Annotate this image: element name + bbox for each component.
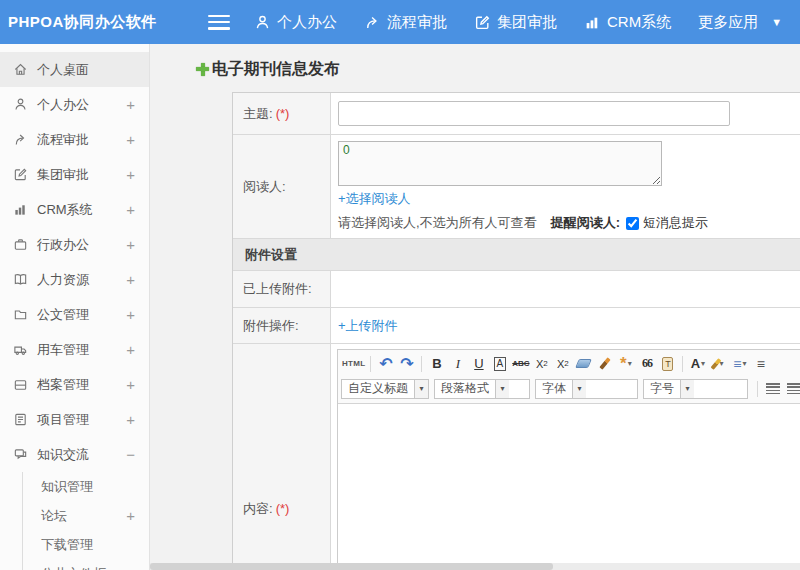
sidebar-item-hr[interactable]: 人力资源 + xyxy=(0,262,149,297)
sidebar-item-label: 项目管理 xyxy=(37,411,89,429)
expand-toggle[interactable]: + xyxy=(126,306,135,323)
combo-value: 自定义标题 xyxy=(342,380,414,397)
attachment-action-row: 附件操作: +上传附件 xyxy=(233,308,800,344)
expand-toggle[interactable]: + xyxy=(126,376,135,393)
sidebar-item-document-mgmt[interactable]: 公文管理 + xyxy=(0,297,149,332)
content-field-cell: HTML ↶ ↷ B I U A ABC X2 xyxy=(331,344,800,570)
caret-down-icon[interactable]: ▾ xyxy=(414,380,428,398)
caret-down-icon[interactable]: ▾ xyxy=(572,380,586,398)
sidebar-subitem-knowledge-mgmt[interactable]: 知识管理 xyxy=(23,472,149,501)
expand-toggle[interactable]: − xyxy=(126,446,135,463)
remove-format-button[interactable] xyxy=(573,353,594,374)
expand-toggle[interactable]: + xyxy=(126,201,135,218)
sidebar-item-group-approval[interactable]: 集团审批 + xyxy=(0,157,149,192)
highlight-color-button[interactable]: ▾ xyxy=(708,353,729,374)
sidebar-item-archive-mgmt[interactable]: 档案管理 + xyxy=(0,367,149,402)
select-readers-link[interactable]: +选择阅读人 xyxy=(338,191,411,206)
expand-toggle[interactable]: + xyxy=(126,236,135,253)
redo-button[interactable]: ↷ xyxy=(396,353,417,374)
font-border-button[interactable]: A xyxy=(489,353,510,374)
more-apps-caret-icon[interactable]: ▼ xyxy=(771,16,782,28)
align-center-button[interactable] xyxy=(783,378,800,399)
editor-toolbar: HTML ↶ ↷ B I U A ABC X2 xyxy=(338,350,800,404)
expand-toggle[interactable]: + xyxy=(126,96,135,113)
sup-exp: 2 xyxy=(543,359,547,368)
uploaded-label-cell: 已上传附件: xyxy=(233,271,331,307)
subject-row: 主题: (*) xyxy=(233,93,800,135)
readers-textarea[interactable]: 0 xyxy=(338,141,662,186)
subject-label: 主题: xyxy=(243,105,273,123)
sidebar-item-personal-desktop[interactable]: 个人桌面 xyxy=(0,52,149,87)
nav-more-apps[interactable]: 更多应用 xyxy=(698,13,758,32)
sidebar-subitem-forum[interactable]: 论坛 + xyxy=(23,501,149,530)
menu-toggle-icon[interactable] xyxy=(208,15,230,30)
nav-crm[interactable]: CRM系统 xyxy=(584,13,671,32)
expand-toggle[interactable]: + xyxy=(126,271,135,288)
expand-toggle[interactable]: + xyxy=(126,166,135,183)
editor-content-area[interactable] xyxy=(338,404,800,570)
font-color-glyph: A xyxy=(691,356,700,371)
chart-icon xyxy=(584,14,601,31)
expand-toggle[interactable]: + xyxy=(126,507,135,524)
nav-group-approval[interactable]: 集团审批 xyxy=(474,13,557,32)
paste-plain-button[interactable] xyxy=(657,353,678,374)
sidebar-item-label: 公文管理 xyxy=(37,306,89,324)
sidebar-item-personal-office[interactable]: 个人办公 + xyxy=(0,87,149,122)
sidebar-subitem-download-mgmt[interactable]: 下载管理 xyxy=(23,530,149,559)
sidebar-item-knowledge-exchange[interactable]: 知识交流 − xyxy=(0,437,149,472)
sidebar-subitem-label: 下载管理 xyxy=(41,536,93,554)
sidebar-item-admin-office[interactable]: 行政办公 + xyxy=(0,227,149,262)
font-size-select[interactable]: 字号▾ xyxy=(643,379,748,399)
home-icon xyxy=(13,62,28,77)
uploaded-field-cell xyxy=(331,271,800,307)
italic-button[interactable]: I xyxy=(447,353,468,374)
font-family-select[interactable]: 字体▾ xyxy=(535,379,638,399)
source-code-button[interactable]: HTML xyxy=(341,353,366,374)
top-header: PHPOA协同办公软件 个人办公 流程审批 集团审批 CRM系统 更多应用 xyxy=(0,0,800,44)
blockquote-button[interactable]: 66 xyxy=(636,353,657,374)
ordered-list-button[interactable]: ≡▾ xyxy=(729,353,750,374)
readers-row: 阅读人: 0 +选择阅读人 请选择阅读人,不选为所有人可查看 提醒阅读人: 短消… xyxy=(233,135,800,239)
top-nav: 个人办公 流程审批 集团审批 CRM系统 更多应用 ▼ xyxy=(254,13,782,32)
sidebar-item-vehicle-mgmt[interactable]: 用车管理 + xyxy=(0,332,149,367)
archive-icon xyxy=(13,377,28,392)
sidebar-item-workflow-approval[interactable]: 流程审批 + xyxy=(0,122,149,157)
app-logo[interactable]: PHPOA协同办公软件 xyxy=(0,13,170,32)
nav-workflow-approval[interactable]: 流程审批 xyxy=(364,13,447,32)
knowledge-exchange-submenu: 知识管理 论坛 + 下载管理 公共文件柜 xyxy=(22,472,149,570)
subject-input[interactable] xyxy=(338,101,730,126)
strikethrough-button[interactable]: ABC xyxy=(510,353,531,374)
sidebar-subitem-public-cabinet[interactable]: 公共文件柜 xyxy=(23,559,149,570)
auto-typeset-button[interactable]: *▾ xyxy=(615,353,636,374)
sms-remind-checkbox[interactable] xyxy=(626,217,639,230)
chart-icon xyxy=(13,202,28,217)
underline-button[interactable]: U xyxy=(468,353,489,374)
h-scrollbar-thumb[interactable] xyxy=(150,563,553,570)
subscript-button[interactable]: X2 xyxy=(552,353,573,374)
sidebar-item-project-mgmt[interactable]: 项目管理 + xyxy=(0,402,149,437)
align-left-button[interactable] xyxy=(762,378,783,399)
page-title: 电子期刊信息发布 xyxy=(212,59,340,80)
unordered-list-button[interactable]: ≡ xyxy=(750,353,771,374)
sidebar-item-crm[interactable]: CRM系统 + xyxy=(0,192,149,227)
caret-down-icon[interactable]: ▾ xyxy=(680,380,694,398)
title-style-select[interactable]: 自定义标题▾ xyxy=(341,379,429,399)
caret-down-icon[interactable]: ▾ xyxy=(495,380,509,398)
action-field-cell: +上传附件 xyxy=(331,308,800,343)
truck-icon xyxy=(13,342,28,357)
paragraph-format-select[interactable]: 段落格式▾ xyxy=(434,379,530,399)
upload-attachment-link[interactable]: +上传附件 xyxy=(338,317,800,335)
nav-personal-office[interactable]: 个人办公 xyxy=(254,13,337,32)
expand-toggle[interactable]: + xyxy=(126,411,135,428)
eraser-icon xyxy=(576,359,593,368)
font-color-button[interactable]: A▾ xyxy=(687,353,708,374)
person-icon xyxy=(13,97,28,112)
expand-toggle[interactable]: + xyxy=(126,341,135,358)
bold-button[interactable]: B xyxy=(426,353,447,374)
expand-toggle[interactable]: + xyxy=(126,131,135,148)
format-painter-button[interactable] xyxy=(594,353,615,374)
undo-button[interactable]: ↶ xyxy=(375,353,396,374)
briefcase-icon xyxy=(13,237,28,252)
h-scrollbar[interactable] xyxy=(150,563,800,570)
superscript-button[interactable]: X2 xyxy=(531,353,552,374)
